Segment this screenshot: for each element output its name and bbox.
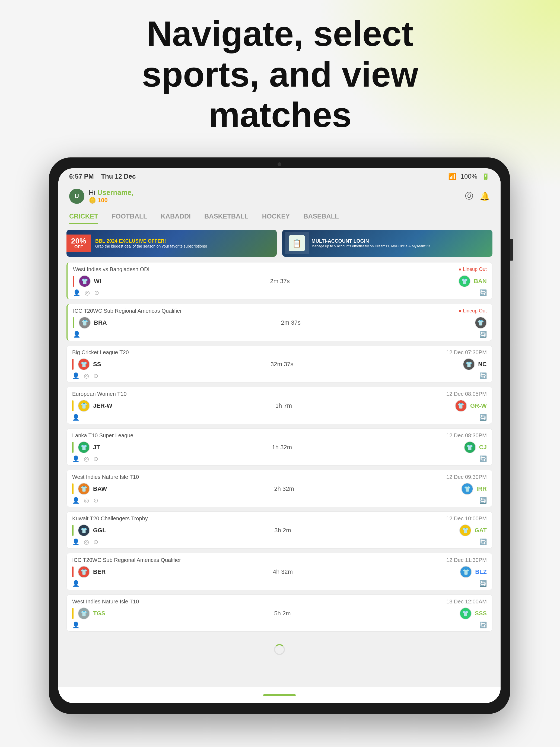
match-header-icc2: ICC T20WC Sub Regional Americas Qualifie… [72, 557, 487, 563]
team-stripe-jt [72, 442, 74, 453]
shirt-grw: 👕 [455, 400, 467, 412]
match-header-ltsl: Lanka T10 Super League 12 Dec 08:30PM [72, 432, 487, 439]
match-actions-wini: 👤 ◎ ⊙ 🔄 [72, 497, 487, 504]
tab-kabaddi[interactable]: KABADDI [161, 208, 191, 224]
match-card-bcl[interactable]: Big Cricket League T20 12 Dec 07:30PM 👕 … [66, 345, 492, 383]
match-league-icc2: ICC T20WC Sub Regional Americas Qualifie… [72, 557, 181, 563]
status-bar: 6:57 PM Thu 12 Dec 📶 100% 🔋 [58, 168, 501, 185]
team-stripe-wi [73, 276, 74, 287]
headline-line1: Navigate, select [147, 14, 414, 53]
teamname-ss: SS [93, 361, 101, 368]
home-indicator [263, 694, 296, 696]
match-actions-icc1: 👤 🔄 [73, 331, 487, 338]
match-header-icc1: ICC T20WC Sub Regional Americas Qualifie… [73, 308, 487, 314]
match-teams-icc1: 👕 BRA 2m 37s 👕 [73, 317, 487, 329]
action-clock-icon7: ⊙ [93, 539, 98, 546]
teamname-gat: GAT [475, 527, 487, 534]
match-actions-icc2: 👤 🔄 [72, 580, 487, 587]
match-actions-wi-ban: 👤 ◎ ⊙ 🔄 [73, 289, 487, 297]
team-stripe-bra [73, 317, 74, 328]
status-time: 6:57 PM [69, 173, 94, 180]
battery-icon: 🔋 [482, 173, 490, 180]
teamname-bra: BRA [94, 319, 107, 326]
match-teams-ewt10: 👕 JER-W 1h 7m GR-W 👕 [72, 400, 487, 412]
action-refresh-icon6: 🔄 [479, 497, 487, 504]
multi-icon-box: 📋 [289, 235, 305, 251]
match-card-icc1[interactable]: ICC T20WC Sub Regional Americas Qualifie… [66, 304, 492, 341]
match-time-ewt10: 12 Dec 08:05PM [446, 391, 487, 397]
shirt-jerw: 👕 [78, 400, 90, 412]
team-irr: IRR 👕 [461, 483, 487, 495]
tab-baseball[interactable]: BASEBALL [303, 208, 339, 224]
match-card-wini2[interactable]: West Indies Nature Isle T10 13 Dec 12:00… [66, 594, 492, 632]
discount-value: 20% [71, 237, 86, 245]
action-refresh-icon8: 🔄 [479, 580, 487, 587]
team-bra: 👕 BRA [73, 317, 107, 329]
match-card-wini[interactable]: West Indies Nature Isle T10 12 Dec 09:30… [66, 470, 492, 507]
match-teams-wini2: 👕 TGS 5h 2m SSS 👕 [72, 608, 487, 619]
match-league-ewt10: European Women T10 [72, 391, 127, 397]
bell-icon[interactable]: 🔔 [480, 191, 490, 201]
match-card-ltsl[interactable]: Lanka T10 Super League 12 Dec 08:30PM 👕 … [66, 428, 492, 465]
match-header-wi-ban: West Indies vs Bangladesh ODI ● Lineup O… [73, 266, 487, 273]
match-header-ewt10: European Women T10 12 Dec 08:05PM [72, 391, 487, 397]
promo-banner-bbl[interactable]: 20% OFF BBL 2024 EXCLUSIVE OFFER! Grab t… [66, 230, 277, 257]
power-button [510, 239, 513, 261]
promo-banner-multi[interactable]: 📋 MULTI-ACCOUNT LOGIN Manage up to 5 acc… [282, 230, 492, 257]
action-clock-icon6: ⊙ [93, 497, 98, 504]
tab-football[interactable]: FOOTBALL [112, 208, 147, 224]
loading-spinner [66, 636, 492, 666]
teamname-grw: GR-W [470, 402, 487, 409]
promo-banners: 20% OFF BBL 2024 EXCLUSIVE OFFER! Grab t… [66, 230, 492, 257]
match-league-wini: West Indies Nature Isle T10 [72, 474, 139, 480]
tab-hockey[interactable]: HOCKEY [262, 208, 290, 224]
shirt-tgs: 👕 [78, 608, 90, 619]
action-refresh-icon2: 🔄 [479, 331, 487, 338]
teamname-jt: JT [93, 444, 100, 451]
action-clock-icon3: ⊙ [93, 372, 98, 380]
teamname-jerw: JER-W [93, 402, 112, 409]
header-actions: ⓪ 🔔 [465, 190, 490, 202]
teamname-ber: BER [93, 568, 106, 575]
team-stripe-ber [72, 566, 74, 577]
shirt-ggl: 👕 [78, 524, 90, 536]
shirt-jt: 👕 [78, 441, 90, 453]
tab-basketball[interactable]: BASKETBALL [204, 208, 248, 224]
action-refresh-icon5: 🔄 [479, 456, 487, 463]
match-header-wini: West Indies Nature Isle T10 12 Dec 09:30… [72, 474, 487, 480]
shirt-ss: 👕 [78, 358, 90, 370]
match-league-bcl: Big Cricket League T20 [72, 349, 129, 356]
team-cj: CJ 👕 [464, 441, 487, 453]
match-timer-ewt10: 1h 7m [275, 402, 292, 409]
match-header-bcl: Big Cricket League T20 12 Dec 07:30PM [72, 349, 487, 356]
discount-label: OFF [71, 245, 86, 249]
match-card-wi-ban[interactable]: West Indies vs Bangladesh ODI ● Lineup O… [66, 262, 492, 300]
help-icon[interactable]: ⓪ [465, 190, 473, 202]
status-indicators: 📶 100% 🔋 [448, 173, 490, 180]
headline: Navigate, select sports, and view matche… [0, 14, 560, 135]
action-person-icon7: 👤 [72, 539, 80, 546]
match-time-ltsl: 12 Dec 08:30PM [446, 432, 487, 439]
match-card-icc2[interactable]: ICC T20WC Sub Regional Americas Qualifie… [66, 553, 492, 590]
action-refresh-icon7: 🔄 [479, 539, 487, 546]
teamname-baw: BAW [93, 485, 107, 492]
match-time-kwt: 12 Dec 10:00PM [446, 515, 487, 522]
teamname-tgs: TGS [93, 610, 105, 617]
match-card-kwt[interactable]: Kuwait T20 Challengers Trophy 12 Dec 10:… [66, 511, 492, 548]
promo-multi-title: MULTI-ACCOUNT LOGIN [312, 238, 430, 244]
match-league-wi-ban: West Indies vs Bangladesh ODI [73, 266, 150, 273]
match-actions-wini2: 👤 🔄 [72, 622, 487, 629]
team-baw: 👕 BAW [72, 483, 107, 495]
promo-bbl-title: BBL 2024 EXCLUSIVE OFFER! [95, 238, 207, 244]
action-person-icon5: 👤 [72, 456, 80, 463]
match-timer-kwt: 3h 2m [274, 527, 291, 534]
user-info: U Hi Username, 🪙 100 [69, 188, 133, 204]
action-person-icon9: 👤 [72, 622, 80, 629]
team-tgs: 👕 TGS [72, 608, 105, 619]
action-refresh-icon9: 🔄 [479, 622, 487, 629]
match-card-ewt10[interactable]: European Women T10 12 Dec 08:05PM 👕 JER-… [66, 387, 492, 424]
action-chart-icon: ◎ [85, 289, 90, 297]
match-teams-wi-ban: 👕 WI 2m 37s BAN 👕 [73, 275, 487, 287]
shirt-nc: 👕 [463, 358, 475, 370]
tab-cricket[interactable]: CRICKET [69, 208, 98, 224]
